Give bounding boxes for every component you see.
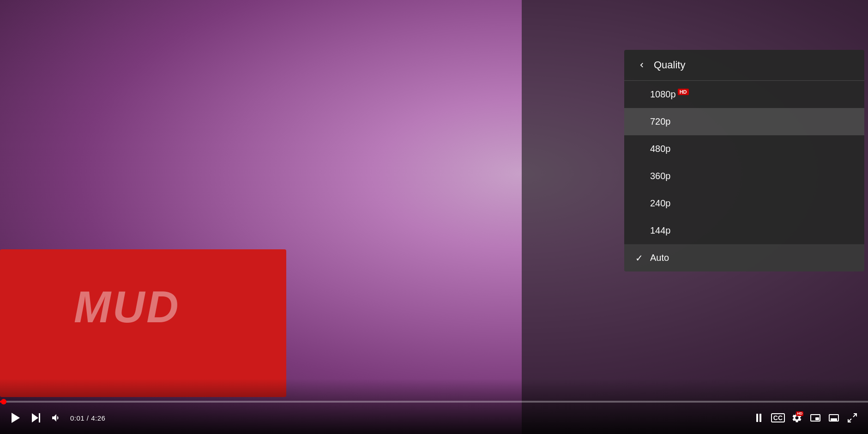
quality-label-720p: 720p xyxy=(650,116,671,127)
time-display: 0:01 / 4:26 xyxy=(70,414,105,422)
settings-hd-badge: HD xyxy=(796,411,803,416)
next-button[interactable] xyxy=(28,410,44,426)
quality-option-360p[interactable]: 360p xyxy=(624,163,864,190)
quality-menu: Quality 1080pHD 720p 480p 360p 240p 144p… xyxy=(624,50,864,271)
progress-thumb xyxy=(1,399,6,404)
quality-option-720p[interactable]: 720p xyxy=(624,108,864,135)
settings-button[interactable]: HD xyxy=(789,410,805,426)
svg-line-1 xyxy=(848,419,851,422)
volume-button[interactable] xyxy=(48,410,65,426)
miniplayer-icon xyxy=(810,414,820,422)
video-red-panel: MUD xyxy=(0,249,286,397)
back-chevron-icon xyxy=(637,60,646,70)
quality-back-button[interactable] xyxy=(637,60,646,70)
pause-icon xyxy=(756,414,761,422)
hd-badge: HD xyxy=(678,89,689,95)
controls-bar: 0:01 / 4:26 CC HD xyxy=(0,406,868,429)
quality-menu-title: Quality xyxy=(654,59,685,71)
cc-button[interactable]: CC xyxy=(769,410,787,426)
quality-label-1080p: 1080pHD xyxy=(650,89,689,100)
settings-wrapper: HD xyxy=(791,412,802,423)
quality-label-auto: Auto xyxy=(650,253,669,263)
quality-option-240p[interactable]: 240p xyxy=(624,190,864,217)
miniplayer-button[interactable] xyxy=(807,410,824,426)
check-icon: ✓ xyxy=(635,253,643,264)
progress-bar[interactable] xyxy=(0,401,868,403)
quality-option-auto[interactable]: ✓ Auto xyxy=(624,244,864,271)
quality-label-240p: 240p xyxy=(650,198,671,209)
pause-button-right[interactable] xyxy=(751,410,767,426)
quality-option-480p[interactable]: 480p xyxy=(624,135,864,163)
next-icon xyxy=(32,413,40,422)
video-player: MUD 0:01 / 4:26 xyxy=(0,0,868,434)
quality-label-360p: 360p xyxy=(650,171,671,181)
theater-button[interactable] xyxy=(826,410,842,426)
svg-line-0 xyxy=(853,414,856,417)
theater-icon xyxy=(829,414,839,422)
quality-label-144p: 144p xyxy=(650,225,671,236)
quality-option-144p[interactable]: 144p xyxy=(624,217,864,244)
fullscreen-button[interactable] xyxy=(844,410,861,426)
quality-menu-header: Quality xyxy=(624,50,864,81)
controls-right: CC HD xyxy=(751,410,861,426)
volume-icon xyxy=(51,412,62,423)
quality-option-1080p[interactable]: 1080pHD xyxy=(624,81,864,108)
play-icon xyxy=(12,413,20,423)
quality-label-480p: 480p xyxy=(650,144,671,154)
fullscreen-icon xyxy=(847,412,858,423)
play-button[interactable] xyxy=(7,410,24,426)
cc-icon: CC xyxy=(771,413,785,422)
mud-logo-text: MUD xyxy=(74,282,181,332)
